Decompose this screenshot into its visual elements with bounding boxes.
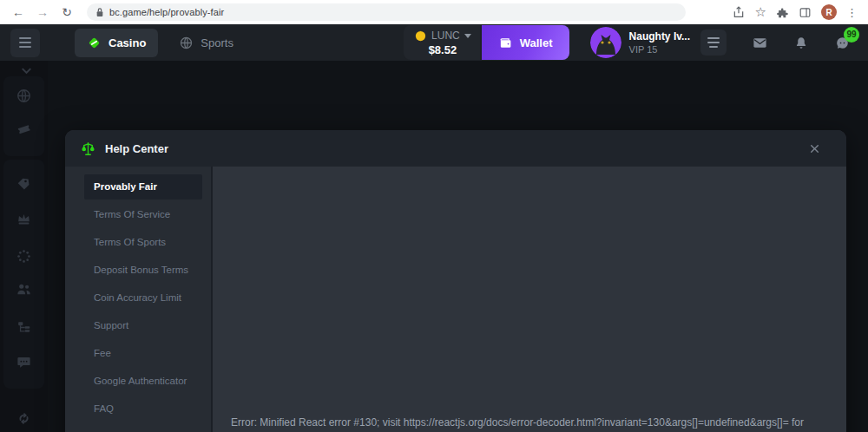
chevron-down-icon (464, 34, 471, 38)
help-center-title: Help Center (105, 142, 168, 155)
sports-ball-icon (179, 36, 194, 50)
help-center-header: Help Center (65, 130, 846, 167)
chat-bubble-icon[interactable]: 99 (834, 35, 851, 51)
help-content-area: Error: Minified React error #130; visit … (213, 167, 846, 432)
help-nav-item-support[interactable]: Support (84, 313, 202, 338)
help-nav-item-faq[interactable]: FAQ (84, 396, 202, 422)
currency-selector[interactable]: LUNC $8.52 (404, 25, 480, 60)
help-nav-item-fee[interactable]: Fee (84, 341, 202, 366)
vip-level: VIP 15 (629, 44, 690, 55)
help-center-modal: Help Center Provably Fair Terms Of Servi… (65, 130, 846, 432)
wallet-button-label: Wallet (520, 36, 553, 49)
bell-icon[interactable] (793, 35, 809, 51)
help-nav-item-provably-fair[interactable]: Provably Fair (84, 174, 202, 200)
user-profile[interactable]: Naughty Iv... VIP 15 (590, 27, 690, 58)
react-error-message: Error: Minified React error #130; visit … (231, 413, 817, 432)
help-nav-item-terms-of-service[interactable]: Terms Of Service (84, 202, 202, 227)
forward-button[interactable]: → (31, 2, 54, 23)
lock-icon (95, 7, 104, 17)
browser-toolbar: ← → ↻ bc.game/help/provably-fair ☆ R ⋮ (0, 0, 868, 24)
url-text: bc.game/help/provably-fair (109, 7, 224, 17)
address-bar[interactable]: bc.game/help/provably-fair (87, 3, 686, 21)
close-icon[interactable] (806, 140, 824, 158)
wallet-button[interactable]: Wallet (482, 25, 569, 60)
app-header: Casino Sports LUNC $8.52 Wallet (0, 24, 868, 61)
bookmark-star-icon[interactable]: ☆ (755, 2, 766, 23)
help-nav-item-cryptocurrency[interactable]: Cryptocurrency (84, 424, 202, 432)
help-nav-item-coin-accuracy-limit[interactable]: Coin Accuracy Limit (84, 285, 202, 311)
help-nav-item-terms-of-sports[interactable]: Terms Of Sports (84, 230, 202, 255)
browser-profile-avatar[interactable]: R (821, 4, 837, 20)
help-center-body: Provably Fair Terms Of Service Terms Of … (65, 167, 846, 432)
balance-amount: $8.52 (429, 43, 457, 56)
sports-tab[interactable]: Sports (179, 36, 233, 50)
casino-tab[interactable]: Casino (75, 29, 158, 57)
help-nav-item-deposit-bonus-terms[interactable]: Deposit Bonus Terms (84, 258, 202, 283)
scales-icon (80, 141, 96, 157)
help-nav: Provably Fair Terms Of Service Terms Of … (65, 167, 213, 432)
wallet-icon (498, 36, 513, 50)
lunc-coin-icon (414, 29, 427, 43)
list-menu-button[interactable] (700, 29, 727, 56)
back-button[interactable]: ← (7, 2, 30, 23)
side-panel-icon[interactable] (799, 6, 812, 19)
chat-badge: 99 (844, 27, 859, 43)
hamburger-menu-button[interactable] (10, 29, 40, 57)
username: Naughty Iv... (629, 30, 690, 43)
app-body: Help Center Provably Fair Terms Of Servi… (0, 61, 868, 432)
reload-button[interactable]: ↻ (56, 2, 78, 23)
currency-code: LUNC (431, 29, 460, 42)
sports-tab-label: Sports (201, 36, 233, 49)
mail-icon[interactable] (752, 35, 768, 51)
help-nav-item-google-authenticator[interactable]: Google Authenticator (84, 369, 202, 394)
kebab-menu-icon[interactable]: ⋮ (846, 2, 858, 23)
user-avatar (590, 27, 621, 58)
bc-diamond-logo-icon (87, 36, 102, 50)
extensions-puzzle-icon[interactable] (776, 6, 789, 19)
share-icon[interactable] (732, 5, 746, 19)
casino-tab-label: Casino (108, 36, 146, 49)
